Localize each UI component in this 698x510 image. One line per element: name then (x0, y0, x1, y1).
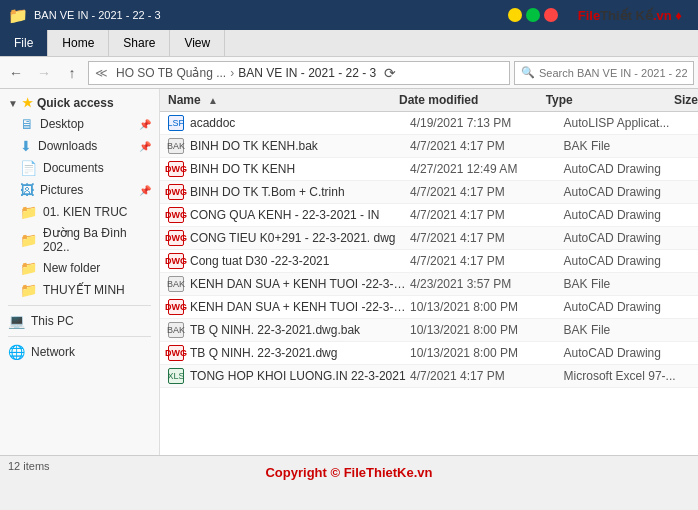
file-type: AutoCAD Drawing (564, 346, 698, 360)
sidebar-separator-1 (8, 305, 151, 306)
file-type: AutoCAD Drawing (564, 300, 698, 314)
sidebar-item-pictures[interactable]: 🖼 Pictures 📌 (0, 179, 159, 201)
table-row[interactable]: BAK BINH DO TK KENH.bak 4/7/2021 4:17 PM… (160, 135, 698, 158)
table-row[interactable]: DWG KENH DAN SUA + KENH TUOI -22-3-202..… (160, 296, 698, 319)
tab-view[interactable]: View (170, 30, 225, 56)
file-date: 10/13/2021 8:00 PM (410, 300, 564, 314)
title-bar: 📁 BAN VE IN - 2021 - 22 - 3 FileThiết Kế… (0, 0, 698, 30)
minimize-button[interactable] (508, 8, 522, 22)
sidebar-item-thispc[interactable]: 💻 This PC (0, 310, 159, 332)
nav-forward-button[interactable]: → (32, 61, 56, 85)
col-header-type[interactable]: Type (546, 93, 674, 107)
sidebar-item-desktop[interactable]: 🖥 Desktop 📌 (0, 113, 159, 135)
tab-home[interactable]: Home (48, 30, 109, 56)
sidebar-item-duongbadinh-label: Đường Ba Đình 202.. (43, 226, 151, 254)
thispc-label: This PC (31, 314, 74, 328)
file-name-cell: DWG CONG QUA KENH - 22-3-2021 - IN (160, 207, 410, 223)
dwg-icon: DWG (168, 345, 184, 361)
pin-icon-2: 📌 (139, 141, 151, 152)
refresh-button[interactable]: ⟳ (384, 65, 396, 81)
file-name-cell: DWG KENH DAN SUA + KENH TUOI -22-3-202..… (160, 299, 410, 315)
file-name-cell: DWG Cong tuat D30 -22-3-2021 (160, 253, 410, 269)
file-type: AutoCAD Drawing (564, 162, 698, 176)
table-row[interactable]: BAK KENH DAN SUA + KENH TUOI -22-3-202..… (160, 273, 698, 296)
table-row[interactable]: DWG CONG QUA KENH - 22-3-2021 - IN 4/7/2… (160, 204, 698, 227)
window-controls: FileThiết Kế.vn ♦ (508, 8, 690, 23)
file-name: CONG QUA KENH - 22-3-2021 - IN (190, 208, 379, 222)
pin-icon-3: 📌 (139, 185, 151, 196)
pin-icon: 📌 (139, 119, 151, 130)
file-name-cell: BAK TB Q NINH. 22-3-2021.dwg.bak (160, 322, 410, 338)
file-name: BINH DO TK KENH (190, 162, 295, 176)
table-row[interactable]: DWG BINH DO TK KENH 4/27/2021 12:49 AM A… (160, 158, 698, 181)
chevron-icon: ▼ (8, 98, 18, 109)
filetk-logo: FileThiết Kế.vn ♦ (570, 8, 690, 23)
nav-back-button[interactable]: ← (4, 61, 28, 85)
file-name: CONG TIEU K0+291 - 22-3-2021. dwg (190, 231, 396, 245)
file-date: 10/13/2021 8:00 PM (410, 346, 564, 360)
sidebar-item-documents-label: Documents (43, 161, 104, 175)
sidebar-item-pictures-label: Pictures (40, 183, 83, 197)
dwg-icon: DWG (168, 184, 184, 200)
file-name: KENH DAN SUA + KENH TUOI -22-3-202... (190, 277, 410, 291)
search-icon: 🔍 (521, 66, 535, 79)
file-date: 4/7/2021 4:17 PM (410, 208, 564, 222)
table-row[interactable]: LSP acaddoc 4/19/2021 7:13 PM AutoLISP A… (160, 112, 698, 135)
table-row[interactable]: DWG BINH DO TK T.Bom + C.trinh 4/7/2021 … (160, 181, 698, 204)
quick-access-label: Quick access (37, 96, 114, 110)
col-header-date[interactable]: Date modified (399, 93, 546, 107)
file-type: AutoCAD Drawing (564, 254, 698, 268)
sidebar-item-kientruc[interactable]: 📁 01. KIEN TRUC (0, 201, 159, 223)
table-row[interactable]: XLS TONG HOP KHOI LUONG.IN 22-3-2021 4/7… (160, 365, 698, 388)
address-path[interactable]: ≪ HO SO TB Quảng ... › BAN VE IN - 2021 … (88, 61, 510, 85)
folder-icon-4: 📁 (20, 282, 37, 298)
sidebar-item-thuyetminh-label: THUYẾT MINH (43, 283, 125, 297)
quick-access-section: ▼ ★ Quick access 🖥 Desktop 📌 ⬇ Downloads… (0, 93, 159, 301)
dwg-icon: DWG (168, 161, 184, 177)
file-list-header: Name ▲ Date modified Type Size (160, 89, 698, 112)
table-row[interactable]: DWG CONG TIEU K0+291 - 22-3-2021. dwg 4/… (160, 227, 698, 250)
address-bar: ← → ↑ ≪ HO SO TB Quảng ... › BAN VE IN -… (0, 57, 698, 89)
sidebar-item-documents[interactable]: 📄 Documents (0, 157, 159, 179)
sidebar-item-downloads[interactable]: ⬇ Downloads 📌 (0, 135, 159, 157)
file-date: 4/27/2021 12:49 AM (410, 162, 564, 176)
ribbon-tabs: File Home Share View (0, 30, 698, 56)
dwg-icon: DWG (168, 299, 184, 315)
desktop-icon: 🖥 (20, 116, 34, 132)
file-type: Microsoft Excel 97-... (564, 369, 698, 383)
lsp-icon: LSP (168, 115, 184, 131)
sidebar-item-network[interactable]: 🌐 Network (0, 341, 159, 363)
sidebar-item-thuyetminh[interactable]: 📁 THUYẾT MINH (0, 279, 159, 301)
dwg-icon: DWG (168, 230, 184, 246)
sidebar-item-kientruc-label: 01. KIEN TRUC (43, 205, 127, 219)
table-row[interactable]: DWG TB Q NINH. 22-3-2021.dwg 10/13/2021 … (160, 342, 698, 365)
quick-access-header[interactable]: ▼ ★ Quick access (0, 93, 159, 113)
file-date: 10/13/2021 8:00 PM (410, 323, 564, 337)
col-header-size[interactable]: Size (674, 93, 698, 107)
maximize-button[interactable] (526, 8, 540, 22)
sidebar-item-duongbadinh[interactable]: 📁 Đường Ba Đình 202.. (0, 223, 159, 257)
col-header-name[interactable]: Name ▲ (160, 93, 399, 107)
close-button[interactable] (544, 8, 558, 22)
search-box[interactable]: 🔍 (514, 61, 694, 85)
file-name: BINH DO TK KENH.bak (190, 139, 318, 153)
tab-share[interactable]: Share (109, 30, 170, 56)
tab-file[interactable]: File (0, 30, 48, 56)
table-row[interactable]: DWG Cong tuat D30 -22-3-2021 4/7/2021 4:… (160, 250, 698, 273)
file-type: AutoLISP Applicat... (564, 116, 698, 130)
table-row[interactable]: BAK TB Q NINH. 22-3-2021.dwg.bak 10/13/2… (160, 319, 698, 342)
bak-icon: BAK (168, 276, 184, 292)
bak-icon: BAK (168, 322, 184, 338)
path-part-2: HO SO TB Quảng ... (116, 66, 226, 80)
network-icon: 🌐 (8, 344, 25, 360)
sidebar-item-newfolder[interactable]: 📁 New folder (0, 257, 159, 279)
star-icon: ★ (22, 96, 33, 110)
pc-icon: 💻 (8, 313, 25, 329)
search-input[interactable] (539, 67, 687, 79)
path-part-1: ≪ (95, 66, 108, 80)
file-date: 4/23/2021 3:57 PM (410, 277, 564, 291)
nav-up-button[interactable]: ↑ (60, 61, 84, 85)
dwg-icon: DWG (168, 253, 184, 269)
file-date: 4/7/2021 4:17 PM (410, 185, 564, 199)
file-name-cell: DWG CONG TIEU K0+291 - 22-3-2021. dwg (160, 230, 410, 246)
